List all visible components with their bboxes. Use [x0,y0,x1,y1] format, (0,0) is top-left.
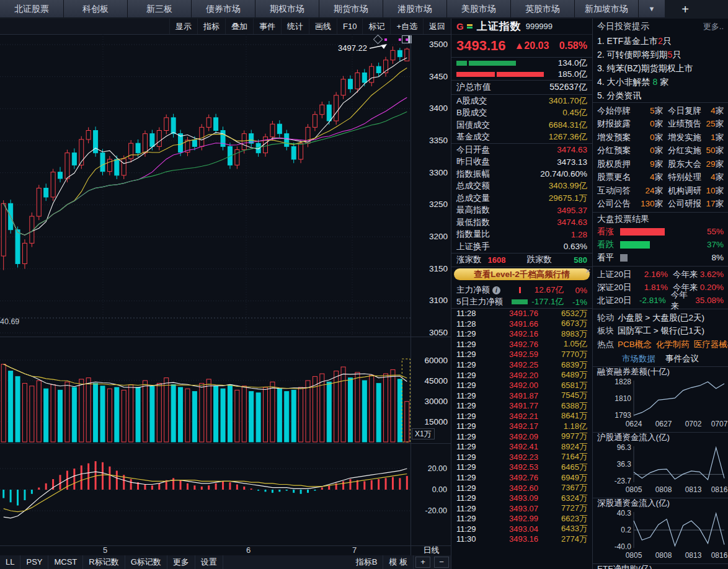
toolbar-item-1[interactable]: 指标 [197,19,225,34]
info-icon[interactable]: i [492,286,500,294]
tab-market-1[interactable]: 科创板 [64,0,128,17]
svg-text:3497.22: 3497.22 [338,43,367,53]
hot-topic-link[interactable]: 医疗器械概 [694,339,728,350]
mini-line-chart: 1828181017930624062707020707 [593,377,728,430]
tab-events[interactable]: 事件会议 [665,353,699,364]
volume-chart[interactable] [0,337,411,443]
svg-text:1828: 1828 [615,377,631,386]
oscillator-axis-label: 20.00 [428,464,447,473]
svg-text:0805: 0805 [626,551,642,560]
tab-market-data[interactable]: 市场数据 [622,353,655,364]
stat-row-1[interactable]: 财报披露0家业绩预告25家 [593,118,728,131]
tip-item-1[interactable]: 2. 可转债即将到期5只 [593,48,728,61]
level2-banner[interactable]: 查看Level-2千档高频行情 ✕ [451,267,592,284]
stat-row-0[interactable]: 今始停牌5家今日复牌4家 [593,104,728,118]
indicator-tab-2[interactable]: MCST [48,555,83,569]
tab-market-9[interactable]: 新加坡市场 [575,0,639,17]
stat-row-2[interactable]: 增发预案0家增发实施1家 [593,131,728,144]
tips-list: 1. ETF基金上市2只2. 可转债即将到期5只3. 纯苯(BZ)期货期权上市4… [593,34,728,102]
tab-market-3[interactable]: 债券市场 [192,0,255,17]
svg-text:1793: 1793 [615,411,631,420]
app-window: 北证股票科创板新三板债券市场期权市场期货市场港股市场美股市场英股市场新加坡市场▼… [0,0,728,569]
tab-market-6[interactable]: 港股市场 [383,0,447,17]
svg-text:40.3: 40.3 [617,509,632,518]
toolbar-item-7[interactable]: 标记 [362,19,390,34]
quote-row: 最低指数3474.63 [451,216,592,229]
period-selector[interactable]: 日线 [411,545,451,555]
tab-market-7[interactable]: 美股市场 [447,0,511,17]
index-name[interactable]: 上证指数 [477,19,522,33]
toolbar-item-0[interactable]: 显示 [169,19,197,34]
price-axis-label: 3200 [429,232,448,241]
tab-market-5[interactable]: 期货市场 [319,0,383,17]
tab-market-8[interactable]: 英股市场 [511,0,575,17]
quote-row: 总成交量29675.1万 [451,192,592,205]
quote-row: 最高指数3495.37 [451,205,592,217]
indicator-tab-1[interactable]: PSY [20,555,48,569]
toolbar-item-5[interactable]: 画线 [309,19,337,34]
indicator-tab-6[interactable]: 设置 [195,555,223,569]
tick-row: 11:283491.766532万 [451,309,592,319]
tab-market-0[interactable]: 北证股票 [0,0,64,17]
tab-market-2[interactable]: 新三板 [128,0,192,17]
vote-row-2: 看平8% [593,251,728,264]
quote-row: 总成交额3403.99亿 [451,180,592,193]
tip-item-2[interactable]: 3. 纯苯(BZ)期货期权上市 [593,61,728,75]
g-flag-icon: G [456,21,464,32]
tick-row: 11:293492.218641万 [451,411,592,421]
tip-item-4[interactable]: 5. 分类资讯 [593,89,728,102]
tick-row: 11:293493.077727万 [451,503,592,514]
time-axis: 567 [0,545,451,556]
price-change: ▲20.03 [515,40,549,51]
tick-row: 11:293493.046433万 [451,524,592,534]
stat-row-5[interactable]: 股票更名4家特别处理4家 [593,171,728,185]
tab-market-4[interactable]: 期权市场 [255,0,319,17]
hot-topic-link[interactable]: 化学制药 [656,339,690,350]
svg-text:0813: 0813 [685,551,702,560]
toolbar-item-3[interactable]: 事件 [253,19,281,34]
svg-text:36.3: 36.3 [617,460,632,469]
zoom-out-button[interactable]: − [434,557,449,568]
toolbar-item-2[interactable]: 叠加 [225,19,253,34]
stat-row-6[interactable]: 互动问答24家机构调研10家 [593,184,728,198]
main-candlestick-chart[interactable]: 3497.22 [0,34,411,337]
toolbar-item-8[interactable]: +自选 [390,19,423,34]
reference-low-label: 40.69 [0,317,19,326]
stat-row-7[interactable]: 公司公告130家公司研报17家 [593,198,728,211]
toolbar-item-6[interactable]: F10 [337,19,362,34]
toolbar-item-9[interactable]: 返回 [423,19,451,34]
stat-row-3[interactable]: 分红预案0家分红实施50家 [593,144,728,158]
indicator-tab-0[interactable]: LL [0,555,20,569]
price-axis-label: 3100 [429,296,448,305]
market-tabs-dropdown[interactable]: ▼ [639,0,665,17]
toolbar-item-4[interactable]: 统计 [281,19,309,34]
price-axis-label: 3350 [429,136,448,145]
price-axis-label: 3450 [429,72,448,81]
perf-row-0: 上证20日2.16%今年来3.62% [593,268,728,281]
market-stats: 今始停牌5家今日复牌4家财报披露0家业绩预告25家增发预案0家增发实施1家分红预… [593,102,728,211]
tip-item-3[interactable]: 4. 大小非解禁 8 家 [593,75,728,89]
rotation-row-1: 板块国防军工 > 银行(已1天) [593,325,728,338]
mini-chart-1: 沪股通资金流入(亿)96.336.3-23.70805080808130816 [593,432,728,498]
tip-item-0[interactable]: 1. ETF基金上市2只 [593,34,728,48]
sell-bar-row: 185.0亿 [451,69,592,80]
volume-axis-label: 15000 [424,417,448,426]
close-icon[interactable]: ✕ [585,267,591,275]
vote-row-0: 看涨55% [593,225,728,238]
indicator-tab-5[interactable]: 更多 [167,555,195,569]
quote-row: 上证换手0.63% [451,240,592,253]
hot-topic-link[interactable]: PCB概念 [618,339,652,350]
bottom-button-0[interactable]: 指标B [350,555,384,569]
indicator-tab-4[interactable]: G标记数 [125,555,167,569]
level2-banner-text[interactable]: 查看Level-2千档高频行情 [454,268,590,280]
bottom-button-1[interactable]: 模 板 [383,555,414,569]
zoom-in-button[interactable]: + [415,557,430,568]
more-link[interactable]: 更多.. [703,21,724,32]
add-tab-button[interactable]: + [677,1,693,17]
stat-row-4[interactable]: 股权质押9家股东大会29家 [593,157,728,171]
advancers-label: 涨家数 [456,254,482,265]
indicator-tab-3[interactable]: R标记数 [83,555,125,569]
oscillator-axis-label: 0.00 [432,485,447,494]
volume-axis-label: 30000 [424,397,448,406]
oscillator-chart[interactable] [0,443,411,545]
